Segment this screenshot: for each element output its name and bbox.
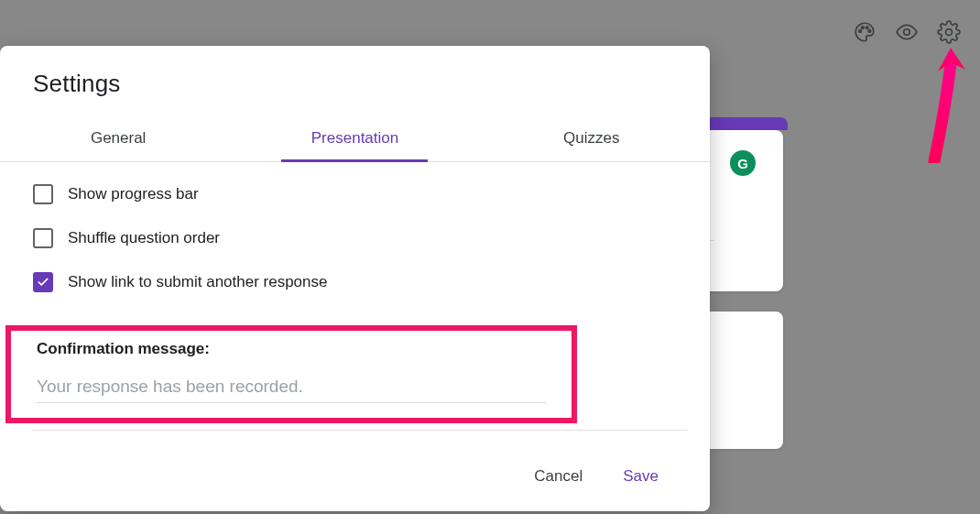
confirmation-message-input[interactable] bbox=[37, 373, 546, 403]
svg-point-2 bbox=[866, 27, 868, 29]
tab-quizzes[interactable]: Quizzes bbox=[474, 115, 710, 161]
dialog-actions: Cancel Save bbox=[527, 462, 666, 491]
settings-dialog: Settings General Presentation Quizzes Sh… bbox=[0, 46, 710, 511]
options-list: Show progress bar Shuffle question order… bbox=[0, 162, 710, 301]
divider bbox=[33, 430, 688, 431]
option-label: Show link to submit another response bbox=[68, 273, 328, 291]
svg-point-3 bbox=[868, 30, 871, 33]
option-label: Shuffle question order bbox=[68, 229, 220, 247]
checkbox-checked-icon[interactable] bbox=[33, 272, 53, 292]
svg-point-5 bbox=[946, 29, 953, 36]
option-shuffle[interactable]: Shuffle question order bbox=[33, 228, 677, 248]
checkbox-icon[interactable] bbox=[33, 184, 53, 204]
svg-point-4 bbox=[904, 29, 910, 36]
option-show-progress[interactable]: Show progress bar bbox=[33, 184, 677, 204]
dialog-title: Settings bbox=[0, 70, 710, 115]
confirmation-label: Confirmation message: bbox=[37, 340, 546, 358]
palette-icon[interactable] bbox=[852, 19, 877, 45]
option-submit-another[interactable]: Show link to submit another response bbox=[33, 272, 677, 292]
tabs-bar: General Presentation Quizzes bbox=[0, 115, 710, 162]
eye-icon[interactable] bbox=[894, 19, 920, 45]
option-label: Show progress bar bbox=[68, 185, 199, 203]
gear-icon[interactable] bbox=[936, 19, 962, 45]
confirmation-message-section: Confirmation message: bbox=[5, 325, 577, 423]
cancel-button[interactable]: Cancel bbox=[527, 462, 590, 491]
tab-presentation[interactable]: Presentation bbox=[236, 115, 473, 161]
grammarly-badge-icon: G bbox=[730, 150, 756, 176]
tab-general[interactable]: General bbox=[0, 115, 236, 161]
svg-point-0 bbox=[859, 30, 862, 33]
svg-point-1 bbox=[862, 27, 865, 29]
checkbox-icon[interactable] bbox=[33, 228, 53, 248]
save-button[interactable]: Save bbox=[615, 462, 666, 491]
